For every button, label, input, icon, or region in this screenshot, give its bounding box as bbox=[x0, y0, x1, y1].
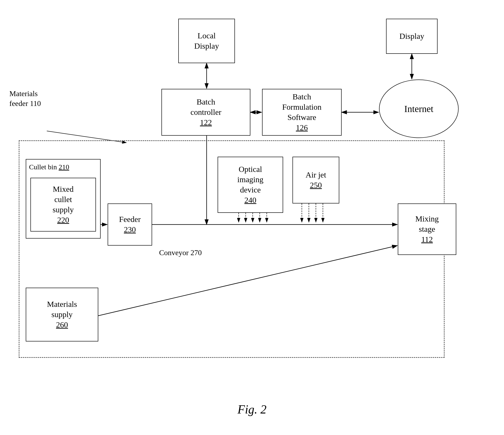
materials-supply-label: Materialssupply 260 bbox=[47, 299, 77, 330]
air-jet-label: Air jet 250 bbox=[306, 170, 326, 190]
optical-imaging-box: Opticalimagingdevice 240 bbox=[218, 157, 283, 213]
feeder-box: Feeder 230 bbox=[108, 204, 152, 246]
feeder-label: Feeder 230 bbox=[119, 214, 141, 235]
diagram: Local Display Display Internet Batch con… bbox=[0, 0, 504, 435]
internet-ellipse: Internet bbox=[379, 80, 459, 138]
internet-label: Internet bbox=[404, 103, 433, 114]
batch-formulation-box: BatchFormulationSoftware 126 bbox=[262, 89, 342, 136]
mixed-cullet-box: Mixedculletsupply 220 bbox=[30, 178, 96, 231]
local-display-label: Local Display bbox=[194, 31, 219, 51]
mixing-stage-box: Mixingstage 112 bbox=[398, 204, 456, 255]
batch-formulation-label: BatchFormulationSoftware 126 bbox=[282, 92, 322, 133]
remote-display-box: Display bbox=[386, 19, 438, 54]
batch-controller-box: Batch controller 122 bbox=[162, 89, 250, 136]
cullet-bin-label: Cullet bin 210 bbox=[29, 162, 69, 171]
local-display-box: Local Display bbox=[178, 19, 235, 63]
air-jet-box: Air jet 250 bbox=[292, 157, 339, 204]
materials-supply-box: Materialssupply 260 bbox=[26, 288, 98, 341]
figure-label: Fig. 2 bbox=[237, 402, 267, 416]
remote-display-label: Display bbox=[399, 31, 424, 41]
optical-imaging-label: Opticalimagingdevice 240 bbox=[237, 164, 263, 205]
conveyor-label: Conveyor 270 bbox=[159, 248, 202, 258]
materials-feeder-label: Materials feeder 110 bbox=[9, 89, 41, 108]
mixing-stage-label: Mixingstage 112 bbox=[415, 214, 439, 245]
mixed-cullet-label: Mixedculletsupply 220 bbox=[53, 184, 74, 225]
batch-controller-label: Batch controller 122 bbox=[190, 97, 221, 128]
